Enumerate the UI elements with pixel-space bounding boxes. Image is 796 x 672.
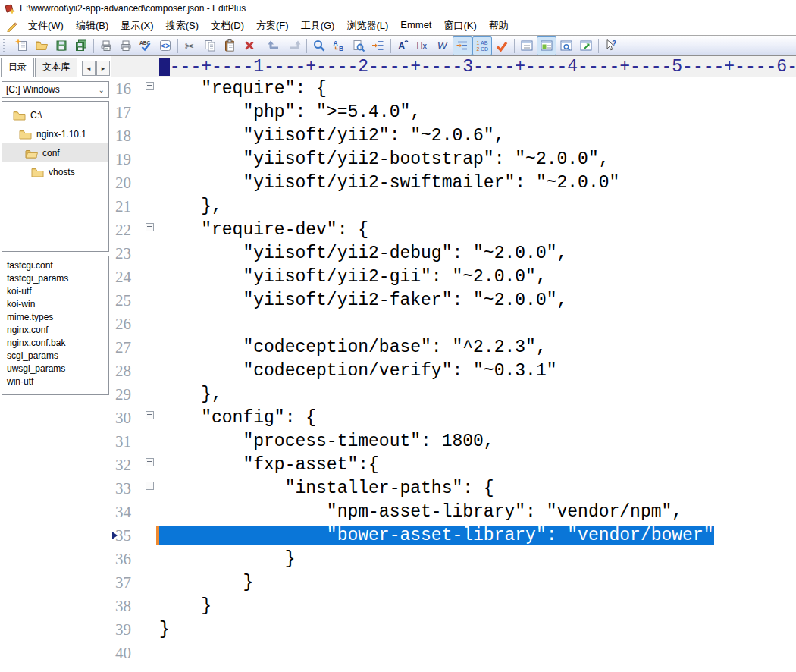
fold-collapse-icon[interactable] — [146, 458, 154, 466]
code-line-24[interactable]: 24 "yiisoft/yii2-gii": "~2.0.0", — [111, 265, 796, 289]
code-line-25[interactable]: 25 "yiisoft/yii2-faker": "~2.0.0", — [111, 289, 796, 312]
menu-item-10[interactable]: 帮助 — [483, 17, 515, 34]
code-text[interactable]: "yiisoft/yii2-swiftmailer": "~2.0.0" — [159, 171, 619, 195]
panel-browser-button[interactable] — [576, 36, 596, 55]
file-item-scgi-params[interactable]: scgi_params — [2, 350, 108, 363]
code-line-23[interactable]: 23 "yiisoft/yii2-debug": "~2.0.0", — [111, 242, 796, 265]
file-item-nginx-conf[interactable]: nginx.conf — [2, 324, 108, 337]
file-item-win-utf[interactable]: win-utf — [2, 375, 108, 388]
fold-collapse-icon[interactable] — [146, 82, 154, 90]
code-text[interactable]: "fxp-asset":{ — [159, 454, 379, 477]
tab-scroll-right-icon[interactable]: ▸ — [96, 61, 110, 76]
file-item-nginx-conf-bak[interactable]: nginx.conf.bak — [2, 337, 108, 350]
cut-button[interactable]: ✂ — [180, 36, 200, 55]
panel-output-button[interactable] — [556, 36, 576, 55]
code-line-22[interactable]: 22 "require-dev": { — [111, 218, 796, 242]
tree-item-nginx1101[interactable]: nginx-1.10.1 — [2, 124, 108, 143]
syntax-check-button[interactable] — [492, 36, 512, 55]
code-text[interactable]: "require": { — [159, 77, 327, 101]
file-item-uwsgi-params[interactable]: uwsgi_params — [2, 363, 108, 375]
tree-item-conf[interactable]: conf — [2, 143, 108, 162]
goto-line-button[interactable] — [368, 36, 388, 55]
menu-item-0[interactable]: 文件(W) — [22, 17, 70, 34]
file-item-mime-types[interactable]: mime.types — [2, 311, 108, 324]
fold-collapse-icon[interactable] — [146, 482, 154, 490]
line-numbers-button[interactable]: 1AB2CD — [472, 36, 492, 55]
code-line-16[interactable]: 16 "require": { — [111, 77, 796, 101]
code-text[interactable]: "codeception/verify": "~0.3.1" — [159, 360, 557, 383]
save-all-button[interactable] — [71, 36, 91, 55]
menu-item-7[interactable]: 浏览器(L) — [340, 17, 394, 34]
code-line-26[interactable]: 26 — [111, 312, 796, 336]
paste-button[interactable] — [220, 36, 240, 55]
code-line-32[interactable]: 32 "fxp-asset":{ — [111, 454, 796, 477]
menu-item-5[interactable]: 方案(F) — [250, 17, 295, 34]
code-text[interactable]: "config": { — [159, 407, 316, 430]
code-text[interactable]: "yiisoft/yii2-bootstrap": "~2.0.0", — [159, 148, 610, 171]
code-line-20[interactable]: 20 "yiisoft/yii2-swiftmailer": "~2.0.0" — [111, 171, 796, 195]
code-line-27[interactable]: 27 "codeception/base": "^2.2.3", — [111, 336, 796, 360]
spell-check-button[interactable]: ABC — [136, 36, 155, 55]
menu-item-8[interactable]: Emmet — [394, 17, 437, 34]
code-line-40[interactable]: 40 — [111, 642, 796, 665]
undo-button[interactable] — [265, 36, 284, 55]
code-text[interactable]: } — [159, 571, 253, 595]
code-text[interactable]: "installer-paths": { — [159, 477, 494, 501]
help-pointer-button[interactable]: ? — [601, 36, 621, 55]
code-line-33[interactable]: 33 "installer-paths": { — [111, 477, 796, 501]
menu-item-6[interactable]: 工具(G) — [295, 17, 341, 34]
fold-collapse-icon[interactable] — [146, 223, 154, 231]
save-button[interactable] — [52, 36, 71, 55]
code-text[interactable]: "codeception/base": "^2.2.3", — [159, 336, 547, 360]
print-preview-button[interactable] — [96, 36, 116, 55]
code-text[interactable]: "npm-asset-library": "vendor/npm", — [159, 501, 682, 524]
file-item-fastcgi-conf[interactable]: fastcgi.conf — [2, 259, 108, 272]
code-text[interactable]: "yiisoft/yii2-debug": "~2.0.0", — [159, 242, 567, 265]
tab-cliptext[interactable]: 文本库 — [35, 58, 77, 77]
code-line-39[interactable]: 39} — [111, 618, 796, 642]
tab-directory[interactable]: 目录 — [1, 58, 34, 77]
copy-button[interactable] — [200, 36, 220, 55]
panel-directory-button[interactable] — [537, 36, 556, 55]
file-item-fastcgi-params[interactable]: fastcgi_params — [2, 272, 108, 285]
code-text[interactable]: } — [159, 618, 170, 642]
code-line-19[interactable]: 19 "yiisoft/yii2-bootstrap": "~2.0.0", — [111, 148, 796, 171]
code-text[interactable]: "bower-asset-library": "vendor/bower" — [159, 524, 714, 548]
code-line-31[interactable]: 31 "process-timeout": 1800, — [111, 430, 796, 454]
replace-button[interactable]: AB — [329, 36, 349, 55]
tree-item-c[interactable]: C:\ — [2, 105, 108, 124]
selected-text[interactable]: "bower-asset-library": "vendor/bower" — [159, 526, 714, 545]
tree-item-vhosts[interactable]: vhosts — [2, 162, 108, 181]
code-line-29[interactable]: 29 }, — [111, 383, 796, 407]
open-folder-button[interactable] — [32, 36, 52, 55]
menu-item-3[interactable]: 搜索(S) — [160, 17, 205, 34]
code-text[interactable]: "yiisoft/yii2-gii": "~2.0.0", — [159, 265, 547, 289]
redo-button[interactable] — [284, 36, 304, 55]
print-button[interactable] — [116, 36, 136, 55]
find-in-files-button[interactable] — [349, 36, 368, 55]
font-button[interactable]: A — [393, 36, 413, 55]
code-text[interactable]: }, — [159, 195, 222, 218]
code-line-38[interactable]: 38 } — [111, 595, 796, 618]
drive-selector[interactable]: [C:] Windows ⌄ — [2, 81, 109, 98]
word-wrap-button[interactable]: W — [433, 36, 453, 55]
panel-cliptext-button[interactable] — [517, 36, 537, 55]
code-line-21[interactable]: 21 }, — [111, 195, 796, 218]
code-text[interactable]: } — [159, 548, 295, 571]
code-text[interactable]: }, — [159, 383, 222, 407]
code-line-30[interactable]: 30 "config": { — [111, 407, 796, 430]
menu-item-4[interactable]: 文档(D) — [205, 17, 250, 34]
code-line-18[interactable]: 18 "yiisoft/yii2": "~2.0.6", — [111, 124, 796, 148]
delete-button[interactable] — [240, 36, 259, 55]
code-text[interactable]: "yiisoft/yii2": "~2.0.6", — [159, 124, 504, 148]
toolbar-grip[interactable] — [3, 39, 9, 52]
indent-marks-button[interactable] — [453, 36, 472, 55]
hex-viewer-button[interactable]: Hx — [413, 36, 433, 55]
code-line-37[interactable]: 37 } — [111, 571, 796, 595]
code-text[interactable]: "process-timeout": 1800, — [159, 430, 494, 454]
menu-item-2[interactable]: 显示(X) — [114, 17, 159, 34]
code-line-34[interactable]: 34 "npm-asset-library": "vendor/npm", — [111, 501, 796, 524]
code-text[interactable]: "require-dev": { — [159, 218, 368, 242]
find-button[interactable] — [309, 36, 329, 55]
code-line-35[interactable]: 35 "bower-asset-library": "vendor/bower" — [111, 524, 796, 548]
